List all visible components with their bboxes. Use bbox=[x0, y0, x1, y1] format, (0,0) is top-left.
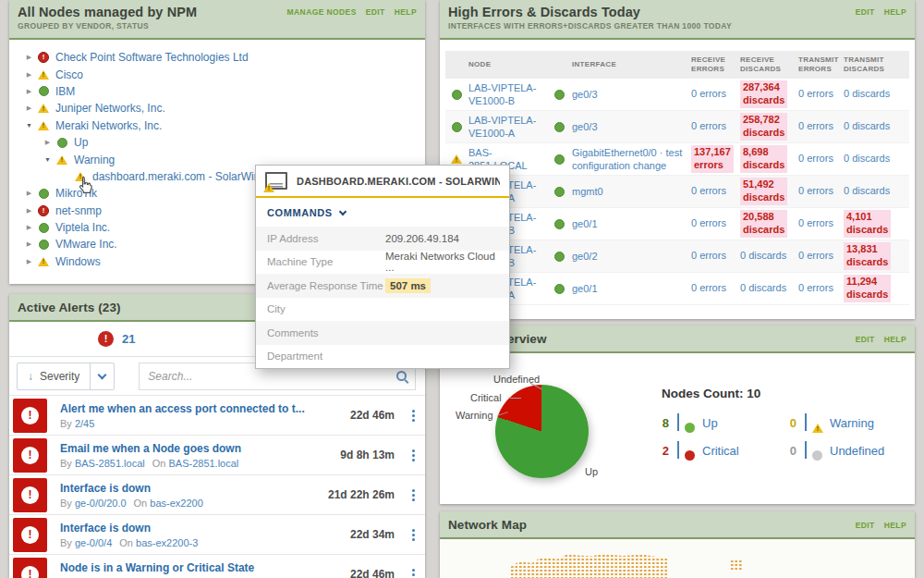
health-pie-chart[interactable] bbox=[495, 385, 589, 478]
expand-arrow-icon[interactable]: ▶ bbox=[24, 258, 34, 265]
kebab-dot bbox=[412, 529, 415, 532]
alert-title-link[interactable]: Interface is down bbox=[60, 522, 350, 535]
column-header: TRANSMIT DISCARDS bbox=[844, 55, 903, 75]
node-link[interactable]: LAB-VIPTELA-VE1000-B bbox=[468, 81, 546, 108]
interface-link[interactable]: ge0/1 bbox=[572, 282, 690, 295]
collapse-arrow-icon[interactable]: ▼ bbox=[43, 156, 53, 163]
tree-item-label[interactable]: Viptela Inc. bbox=[55, 221, 110, 234]
tooltip-property-row: City bbox=[256, 298, 509, 322]
header-link-help[interactable]: HELP bbox=[884, 521, 906, 530]
header-link-edit[interactable]: EDIT bbox=[856, 521, 875, 530]
up-status-icon bbox=[554, 154, 565, 165]
legend-item-critical[interactable]: 2Critical bbox=[654, 442, 769, 459]
tree-item[interactable]: ▶IBM bbox=[9, 83, 425, 100]
exclamation-icon: ! bbox=[21, 486, 39, 504]
expand-arrow-icon[interactable]: ▶ bbox=[24, 207, 34, 215]
interface-link[interactable]: ge0/3 bbox=[572, 120, 690, 133]
tooltip-header: DASHBOARD.MERAKI.COM - SOLARWINDS - L... bbox=[256, 166, 509, 198]
tree-item[interactable]: ▼Meraki Networks, Inc. bbox=[9, 117, 425, 134]
tree-item-label[interactable]: Up bbox=[74, 136, 88, 149]
alerts-list: !Alert me when an access port connected … bbox=[9, 396, 425, 578]
interface-link[interactable]: GigabitEthernet0/0 · test configuration … bbox=[572, 146, 690, 173]
alert-age: 22d 46m bbox=[350, 409, 395, 422]
tree-item-label[interactable]: Cisco bbox=[55, 68, 83, 81]
alert-title-link[interactable]: Alert me when an access port connected t… bbox=[60, 402, 350, 415]
alert-metric-value: 4,101discards bbox=[844, 210, 891, 238]
expand-arrow-icon[interactable]: ▶ bbox=[24, 224, 34, 231]
interface-link[interactable]: ge0/2 bbox=[572, 250, 690, 263]
tree-item-label[interactable]: IBM bbox=[55, 85, 75, 98]
expand-arrow-icon[interactable]: ▶ bbox=[24, 105, 34, 112]
header-link-manage-nodes[interactable]: MANAGE NODES bbox=[287, 7, 357, 17]
tree-item-label[interactable]: net-snmp bbox=[55, 204, 102, 217]
expand-arrow-icon[interactable]: ▶ bbox=[43, 139, 53, 146]
interface-link[interactable]: ge0/3 bbox=[572, 88, 690, 101]
metric-cell: 13,831discards bbox=[844, 242, 903, 270]
alert-menu-button[interactable] bbox=[406, 569, 420, 578]
header-link-help[interactable]: HELP bbox=[884, 7, 906, 17]
table-row: LAB-VIPTELA-VE1000-Amgmt00 errors51,492d… bbox=[445, 176, 909, 208]
alert-title-link[interactable]: Interface is down bbox=[60, 482, 328, 495]
tree-item-label[interactable]: Warning bbox=[74, 154, 115, 166]
alert-metric-value: 258,782discards bbox=[740, 113, 787, 141]
search-input[interactable] bbox=[148, 370, 396, 383]
expand-arrow-icon[interactable]: ▶ bbox=[24, 88, 34, 95]
header-link-edit[interactable]: EDIT bbox=[856, 335, 875, 344]
metric-unit: discards bbox=[743, 94, 784, 107]
expand-arrow-icon[interactable]: ▶ bbox=[24, 190, 34, 197]
header-link-edit[interactable]: EDIT bbox=[856, 7, 875, 17]
legend-label[interactable]: Undefined bbox=[830, 444, 884, 458]
metric-value: 0 discards bbox=[844, 120, 903, 133]
network-map-canvas[interactable] bbox=[440, 539, 915, 578]
panel-links: EDITHELP bbox=[856, 335, 906, 344]
interface-link[interactable]: ge0/1 bbox=[572, 217, 690, 230]
kebab-dot bbox=[412, 573, 415, 576]
header-link-help[interactable]: HELP bbox=[395, 7, 417, 17]
search-icon[interactable] bbox=[396, 371, 407, 381]
alert-trigger-link[interactable]: BAS-2851.local bbox=[75, 458, 145, 469]
metric-value: 0 errors bbox=[691, 88, 739, 101]
table-row: BAS-2851.LOCALGigabitEthernet0/0 · test … bbox=[445, 143, 909, 176]
tree-item-label[interactable]: Meraki Networks, Inc. bbox=[55, 119, 162, 132]
alert-menu-button[interactable] bbox=[406, 489, 420, 501]
expand-arrow-icon[interactable]: ▶ bbox=[24, 71, 34, 79]
tree-item-label[interactable]: Juniper Networks, Inc. bbox=[55, 102, 165, 115]
alert-menu-button[interactable] bbox=[406, 410, 420, 422]
legend-item-warning[interactable]: 0Warning bbox=[782, 414, 896, 431]
tree-item[interactable]: ▶Up bbox=[9, 134, 425, 151]
by-label: By bbox=[60, 537, 75, 548]
alert-trigger-link[interactable]: ge-0/0/20.0 bbox=[75, 498, 127, 509]
metric-value: 0 errors bbox=[798, 120, 843, 133]
header-link-edit[interactable]: EDIT bbox=[366, 7, 385, 17]
expand-arrow-icon[interactable]: ▶ bbox=[24, 240, 34, 248]
alert-node-link[interactable]: bas-ex2200-3 bbox=[136, 537, 198, 548]
alert-node-link[interactable]: bas-ex2200 bbox=[150, 498, 203, 509]
tree-item-label[interactable]: Check Point Software Technologies Ltd bbox=[55, 51, 249, 64]
legend-label[interactable]: Warning bbox=[830, 416, 874, 430]
legend-label[interactable]: Critical bbox=[702, 444, 739, 458]
alert-trigger-link[interactable]: 2/45 bbox=[75, 418, 94, 429]
legend-label[interactable]: Up bbox=[702, 416, 718, 430]
tree-item-label[interactable]: Windows bbox=[55, 255, 101, 268]
sort-by-severity-button[interactable]: ↓ Severity bbox=[18, 363, 90, 389]
tree-item-label[interactable]: VMware Inc. bbox=[55, 238, 117, 251]
tree-item[interactable]: ▶Check Point Software Technologies Ltd bbox=[9, 49, 425, 66]
expand-arrow-icon[interactable]: ▶ bbox=[24, 54, 34, 61]
sort-dropdown-button[interactable] bbox=[90, 363, 114, 389]
alert-title-link[interactable]: Node is in a Warning or Critical State bbox=[60, 561, 350, 574]
commands-menu-button[interactable]: COMMANDS bbox=[256, 198, 509, 227]
alert-node-link[interactable]: BAS-2851.local bbox=[168, 458, 238, 469]
legend-item-up[interactable]: 8Up bbox=[654, 414, 769, 431]
alert-title-link[interactable]: Email me when a Node goes down bbox=[60, 442, 340, 455]
alert-trigger-link[interactable]: ge-0/0/4 bbox=[75, 537, 112, 548]
legend-item-undefined[interactable]: 0Undefined bbox=[782, 442, 896, 459]
health-legend: 8Up0Warning2Critical0Undefined bbox=[654, 414, 896, 459]
node-link[interactable]: LAB-VIPTELA-VE1000-A bbox=[468, 114, 546, 141]
collapse-arrow-icon[interactable]: ▼ bbox=[24, 122, 34, 129]
interface-link[interactable]: mgmt0 bbox=[572, 185, 690, 198]
tree-item[interactable]: ▶Juniper Networks, Inc. bbox=[9, 100, 425, 117]
tree-item[interactable]: ▶Cisco bbox=[9, 66, 425, 82]
header-link-help[interactable]: HELP bbox=[884, 335, 906, 344]
alert-menu-button[interactable] bbox=[406, 529, 420, 541]
alert-menu-button[interactable] bbox=[406, 449, 420, 461]
